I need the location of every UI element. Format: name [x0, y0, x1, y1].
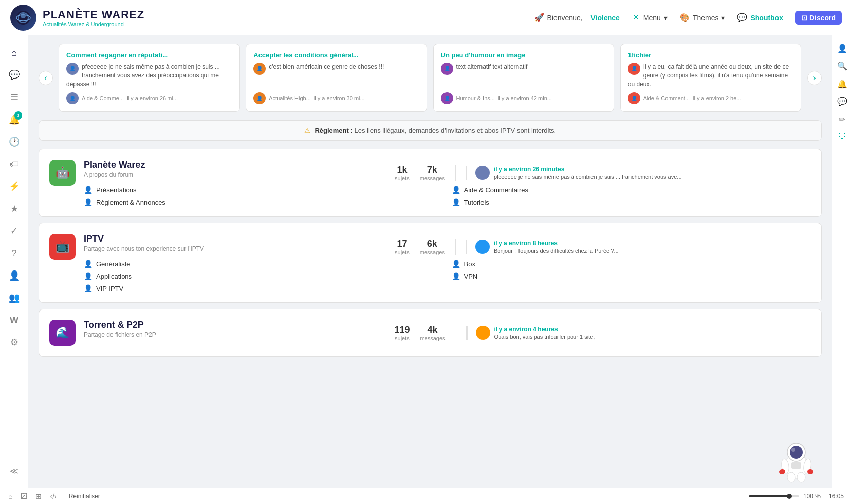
sub-label-aide: Aide & Commentaires	[464, 186, 528, 194]
prev-arrow[interactable]: ‹	[39, 71, 53, 85]
sub-label-tutoriels: Tutoriels	[464, 199, 489, 206]
sidebar-item-user[interactable]: 👤	[5, 266, 23, 285]
right-shield-icon[interactable]: 🛡	[838, 132, 846, 141]
subcategory-vip-iptv[interactable]: 👤 VIP IPTV	[84, 284, 443, 292]
sidebar-item-settings[interactable]: ⚙	[5, 333, 23, 352]
zoom-label: 100 %	[803, 493, 821, 500]
post-title-4[interactable]: 1fichier	[628, 51, 794, 59]
stat-subjects-value-3: 119	[394, 325, 410, 335]
sidebar-item-group[interactable]: 👥	[5, 289, 23, 307]
sidebar-item-notification[interactable]: 🔔 3	[5, 110, 23, 129]
right-chat-icon[interactable]: 💬	[837, 97, 847, 106]
category-info-3: Torrent & P2P Partage de fichiers en P2P	[84, 320, 384, 338]
sidebar-item-list[interactable]: ☰	[5, 88, 23, 106]
sub-icon-generaliste-iptv: 👤	[84, 260, 92, 268]
stat-subjects-label-2: sujets	[395, 249, 410, 255]
last-post-text-2: Bonjour ! Toujours des difficultés chez …	[494, 248, 619, 254]
sub-label-reglement: Règlement & Annonces	[96, 199, 165, 206]
menu-link[interactable]: 👁 Menu ▾	[632, 13, 668, 22]
category-icon-3: 🌊	[49, 320, 76, 346]
right-search-icon[interactable]: 🔍	[837, 61, 847, 71]
category-icon-1: 🤖	[49, 160, 76, 186]
subcategory-applications[interactable]: 👤 Applications	[84, 272, 443, 280]
subcategory-aide[interactable]: 👤 Aide & Commentaires	[452, 186, 811, 194]
post-title-3[interactable]: Un peu d'humour en image	[441, 51, 607, 59]
sidebar-item-w[interactable]: W	[5, 311, 23, 329]
bottom-icon-1[interactable]: ⌂	[8, 492, 12, 500]
post-time-3: il y a environ 42 min...	[498, 95, 552, 101]
post-card-3: Un peu d'humour en image 👤 text alternat…	[433, 44, 614, 112]
bottom-icon-3[interactable]: ⊞	[35, 492, 42, 500]
right-edit-icon[interactable]: ✏	[839, 114, 845, 124]
subcategory-generaliste-iptv[interactable]: 👤 Généraliste	[84, 260, 443, 268]
sidebar-expand[interactable]: ≪	[5, 461, 23, 480]
category-name-2[interactable]: IPTV	[84, 234, 385, 244]
reset-button[interactable]: Réinitialiser	[69, 493, 100, 500]
category-icon-2: 📺	[49, 234, 76, 260]
username[interactable]: Violence	[591, 14, 620, 22]
subcategory-presentations[interactable]: 👤 Présentations	[84, 186, 443, 194]
top-navbar: PLANÈTE WAREZ Actualités Warez & Undergr…	[0, 0, 852, 35]
chevron-down-icon-themes: ▾	[721, 14, 725, 22]
discord-button[interactable]: ⊡ Discord	[795, 11, 842, 25]
rocket-icon: 🚀	[534, 13, 544, 22]
zoom-thumb	[787, 494, 792, 499]
sidebar-item-tag[interactable]: 🏷	[5, 155, 23, 173]
post-avatar-1: 👤	[66, 63, 79, 75]
category-info-1: Planète Warez A propos du forum	[84, 160, 385, 178]
last-post-time-2: il y a environ 8 heures	[494, 240, 619, 247]
category-stats-1: 1k sujets 7k messages	[385, 165, 456, 181]
post-title-2[interactable]: Accepter les conditions général...	[253, 51, 419, 59]
sidebar-item-history[interactable]: 🕐	[5, 133, 23, 151]
right-avatar-icon[interactable]: 👤	[837, 44, 847, 53]
category-desc-2: Partage avec nous ton experience sur l'I…	[84, 245, 385, 252]
subcategory-reglement[interactable]: 👤 Règlement & Annonces	[84, 198, 443, 206]
main-content: ‹ Comment regagner en réputati... 👤 pfee…	[28, 35, 832, 488]
stat-messages-label-2: messages	[420, 249, 445, 255]
themes-label: Themes	[693, 14, 719, 22]
post-footer-3: 👤 Humour & Ins... il y a environ 42 min.…	[441, 92, 607, 104]
zoom-fill	[749, 495, 789, 497]
right-bell-icon[interactable]: 🔔	[837, 79, 847, 89]
logo-icon	[10, 5, 36, 31]
stat-subjects-2: 17 sujets	[395, 239, 410, 255]
post-category-4: Aide & Comment...	[643, 95, 690, 101]
category-name-1[interactable]: Planète Warez	[84, 160, 385, 170]
stat-messages-value-1: 7k	[420, 165, 445, 175]
category-body-2: 👤 Généraliste 👤 Applications 👤 VIP IPTV …	[84, 260, 811, 292]
sub-icon-box: 👤	[452, 260, 460, 268]
sidebar-item-activity[interactable]: ⚡	[5, 177, 23, 196]
category-stats-2: 17 sujets 6k messages	[385, 239, 456, 255]
sidebar-item-help[interactable]: ?	[5, 244, 23, 262]
bottom-icon-4[interactable]: ‹/›	[50, 492, 56, 500]
sidebar-item-check[interactable]: ✓	[5, 222, 23, 240]
subcategory-box[interactable]: 👤 Box	[452, 260, 811, 268]
subcategory-tutoriels[interactable]: 👤 Tutoriels	[452, 198, 811, 206]
category-last-post-3: il y a environ 4 heures Ouais bon, vais …	[466, 326, 811, 340]
last-post-content-2: il y a environ 8 heures Bonjour ! Toujou…	[494, 240, 619, 254]
last-post-time-3: il y a environ 4 heures	[494, 326, 595, 333]
post-card-1: Comment regagner en réputati... 👤 pfeeee…	[59, 44, 240, 112]
subcategory-vpn[interactable]: 👤 VPN	[452, 272, 811, 280]
shoutbox-link[interactable]: 💬 Shoutbox	[737, 13, 783, 22]
sidebar-item-home[interactable]: ⌂	[5, 44, 23, 62]
zoom-slider[interactable]	[749, 495, 799, 497]
sidebar-item-chat[interactable]: 💬	[5, 66, 23, 84]
next-arrow[interactable]: ›	[807, 71, 822, 85]
post-title-1[interactable]: Comment regagner en réputati...	[66, 51, 232, 59]
stat-messages-value-3: 4k	[420, 325, 445, 335]
stat-messages-label-1: messages	[420, 175, 445, 181]
post-body-4: 👤 Il y a eu, ça fait déjà une année ou d…	[628, 63, 794, 88]
themes-link[interactable]: 🎨 Themes ▾	[680, 13, 725, 22]
logo-text: PLANÈTE WAREZ Actualités Warez & Undergr…	[43, 8, 144, 27]
sidebar-item-star[interactable]: ★	[5, 200, 23, 218]
bottom-bar: ⌂ 🖼 ⊞ ‹/› Réinitialiser 100 % 16:05	[0, 488, 852, 504]
sub-icon-tutoriels: 👤	[452, 198, 460, 206]
bottom-icon-2[interactable]: 🖼	[20, 492, 27, 500]
stat-subjects-1: 1k sujets	[395, 165, 410, 181]
zoom-control: 100 %	[749, 493, 821, 500]
post-avatar-3: 👤	[441, 63, 453, 75]
category-name-3[interactable]: Torrent & P2P	[84, 320, 384, 330]
subcol-2-left: 👤 Généraliste 👤 Applications 👤 VIP IPTV	[84, 260, 443, 292]
subcol-2-right: 👤 Box 👤 VPN	[452, 260, 811, 292]
